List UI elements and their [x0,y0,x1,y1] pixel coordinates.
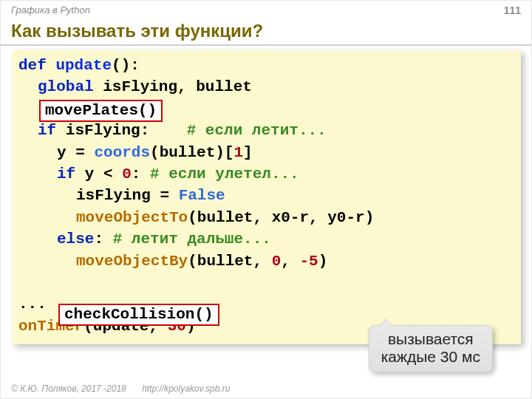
fn-moveobjectby: moveObjectBy [76,253,188,270]
val-false: False [179,187,225,204]
kw-if: if [38,122,56,139]
kw-else: else [57,231,94,248]
comment: # если летит... [187,122,327,139]
comment: # летит дальше... [113,231,271,248]
title-divider [1,44,531,46]
fn-moveobjectto: moveObjectTo [76,209,188,226]
fn-coords: coords [94,144,150,161]
page-title: Как вызывать эти функции? [1,21,531,43]
fn-update: update [47,57,112,74]
kw-def: def [18,57,47,74]
topic-label: Графика в Python [11,4,90,16]
slide: Графика в Python 111 Как вызывать эти фу… [0,0,532,399]
copyright: © К.Ю. Поляков, 2017 -2018 [11,383,126,394]
code-block: def update(): global isFlying, bullet if… [13,50,521,344]
comment: # если улетел... [150,166,299,183]
footer: © К.Ю. Поляков, 2017 -2018 http://kpolya… [11,383,230,394]
callout-bubble: вызывается каждые 30 мс [369,325,493,372]
highlight-moveplates: movePlates() [39,100,163,122]
kw-global: global [38,78,94,95]
footer-url: http://kpolyakov.spb.ru [142,383,230,394]
page-number: 111 [504,4,521,16]
callout-line2: каждые 30 мс [381,348,480,366]
callout-line1: вызывается [381,330,480,348]
header-bar: Графика в Python 111 [1,1,531,21]
highlight-checkcollision: checkCollision() [58,304,219,326]
